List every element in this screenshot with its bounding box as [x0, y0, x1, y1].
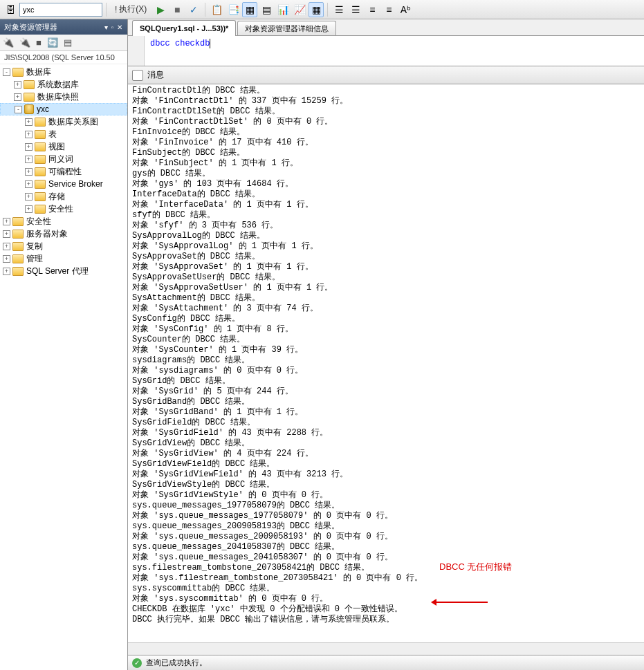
tree-item-存储[interactable]: +存储	[0, 190, 127, 203]
tool3-icon[interactable]: ▦	[242, 2, 257, 17]
debug-icon[interactable]: ■	[169, 2, 185, 17]
expander-icon[interactable]: +	[25, 205, 33, 213]
expander-icon[interactable]: +	[3, 230, 10, 238]
tool7-icon[interactable]: ▦	[309, 2, 324, 17]
tab-sqlquery[interactable]: SQLQuery1.sql - J...53))*	[132, 20, 236, 36]
folder-icon	[35, 192, 46, 201]
font-icon[interactable]: Aᵇ	[398, 2, 413, 17]
expander-icon[interactable]: +	[3, 218, 10, 225]
tree-item-数据库快照[interactable]: +数据库快照	[0, 91, 127, 103]
result-line: 对象 'SysGridViewStyle' 的 0 页中有 0 行。	[132, 490, 644, 501]
result-line: FinContractDtl的 DBCC 结果。	[132, 86, 644, 96]
messages-tab[interactable]: 消息	[147, 69, 164, 81]
tree-item-label: 数据库	[26, 66, 51, 78]
comment-icon[interactable]: ≡	[365, 2, 380, 17]
result-line: 对象 'SysApprovalLog' 的 1 页中有 1 行。	[132, 241, 644, 252]
db-icon[interactable]: 🗄	[3, 2, 18, 17]
filter-icon[interactable]: ▤	[64, 37, 72, 48]
expander-icon[interactable]: +	[25, 131, 33, 138]
tree-item-安全性[interactable]: +安全性	[0, 203, 127, 215]
editor-code[interactable]: dbcc checkdb	[145, 36, 644, 66]
tree-item-label: 管理	[26, 253, 43, 265]
tree-item-label: 复制	[26, 241, 43, 252]
result-line: SysApprovaSetUser的 DBCC 结果。	[132, 272, 644, 283]
tree-item-同义词[interactable]: +同义词	[0, 153, 127, 165]
expander-icon[interactable]: +	[25, 118, 33, 126]
expander-icon[interactable]: +	[3, 243, 10, 250]
refresh-icon[interactable]: 🔄	[47, 37, 58, 48]
result-line: sys.syscommittab的 DBCC 结果。	[132, 584, 644, 594]
tree-item-可编程性[interactable]: +可编程性	[0, 165, 127, 178]
tree-item-表[interactable]: +表	[0, 128, 127, 140]
result-line: sysdiagrams的 DBCC 结果。	[132, 355, 644, 366]
tab-sqlquery-label: SQLQuery1.sql - J...53))*	[140, 24, 228, 32]
tree-item-安全性[interactable]: +安全性	[0, 215, 127, 227]
expander-icon[interactable]: +	[3, 268, 10, 275]
tree-item-数据库[interactable]: -数据库	[0, 66, 127, 78]
play-icon[interactable]: ▶	[153, 2, 168, 17]
result-line: 对象 'SysApprovaSet' 的 1 页中有 1 行。	[132, 262, 644, 272]
status-bar: ✓ 查询已成功执行。	[128, 655, 644, 670]
object-explorer-title: 对象资源管理器 ▾ ▫ ✕	[0, 19, 127, 35]
expander-icon[interactable]: +	[25, 193, 33, 201]
object-tree[interactable]: -数据库+系统数据库+数据库快照-yxc+数据库关系图+表+视图+同义词+可编程…	[0, 64, 127, 670]
object-explorer-controls[interactable]: ▾ ▫ ✕	[104, 24, 123, 31]
tool1-icon[interactable]: 📋	[209, 2, 224, 17]
results-tabstrip: 消息	[128, 66, 644, 84]
connect-icon[interactable]: 🔌	[3, 37, 14, 48]
disconnect-icon[interactable]: 🔌	[19, 37, 30, 48]
result-line: CHECKDB 在数据库 'yxc' 中发现 0 个分配错误和 0 个一致性错误…	[132, 604, 644, 615]
expander-icon[interactable]: +	[25, 180, 33, 188]
tree-item-服务器对象[interactable]: +服务器对象	[0, 227, 127, 240]
tree-item-数据库关系图[interactable]: +数据库关系图	[0, 115, 127, 128]
tree-item-复制[interactable]: +复制	[0, 240, 127, 252]
tool2-icon[interactable]: 📑	[226, 2, 241, 17]
tree-item-SQL-Server-代理[interactable]: +SQL Server 代理	[0, 265, 127, 277]
expander-icon[interactable]: +	[14, 93, 21, 101]
expander-icon[interactable]: +	[3, 255, 10, 263]
tree-item-yxc[interactable]: -yxc	[0, 103, 127, 115]
expander-icon[interactable]: -	[15, 106, 22, 113]
result-line: 对象 'sys.queue_messages_2041058307' 的 0 页…	[132, 552, 644, 563]
indent-icon[interactable]: ☰	[331, 2, 347, 17]
result-line: 对象 'SysAttachment' 的 3 页中有 74 行。	[132, 304, 644, 314]
database-combo[interactable]	[19, 3, 102, 17]
editor-gutter	[128, 36, 145, 66]
expander-icon[interactable]: +	[25, 143, 33, 151]
tool4-icon[interactable]: ▤	[259, 2, 274, 17]
outdent-icon[interactable]: ☰	[348, 2, 363, 17]
result-line: 对象 'sys.queue_messages_1977058079' 的 0 页…	[132, 511, 644, 521]
result-line: 对象 'FinInvoice' 的 17 页中有 410 行。	[132, 138, 644, 148]
folder-icon	[12, 230, 24, 239]
uncomment-icon[interactable]: ≡	[381, 2, 396, 17]
messages-icon	[132, 70, 143, 81]
result-line: sfyf的 DBCC 结果。	[132, 210, 644, 221]
folder-icon	[24, 80, 35, 89]
horizontal-scrollbar[interactable]	[128, 642, 644, 655]
execute-button[interactable]: ! 执行(X)	[110, 2, 151, 17]
tree-item-label: Service Broker	[48, 179, 103, 189]
tool6-icon[interactable]: 📈	[292, 2, 307, 17]
tree-item-label: 存储	[48, 191, 65, 203]
tab-explorer-details[interactable]: 对象资源管理器详细信息	[237, 21, 336, 35]
result-line: 对象 'sys.syscommittab' 的 0 页中有 0 行。	[132, 594, 644, 604]
tool5-icon[interactable]: 📊	[275, 2, 291, 17]
result-line: 对象 'sfyf' 的 3 页中有 536 行。	[132, 221, 644, 231]
result-line: FinSubject的 DBCC 结果。	[132, 148, 644, 158]
tree-item-label: 同义词	[48, 153, 73, 165]
results-pane[interactable]: FinContractDtl的 DBCC 结果。对象 'FinContractD…	[128, 84, 644, 642]
expander-icon[interactable]: +	[14, 81, 21, 89]
expander-icon[interactable]: +	[25, 168, 33, 176]
tree-item-视图[interactable]: +视图	[0, 140, 127, 153]
tree-item-Service-Broker[interactable]: +Service Broker	[0, 178, 127, 190]
sql-editor[interactable]: dbcc checkdb	[128, 36, 644, 66]
main-area: 对象资源管理器 ▾ ▫ ✕ 🔌 🔌 ■ 🔄 ▤ JIS\SQL2008 (SQL…	[0, 19, 644, 670]
expander-icon[interactable]: +	[25, 156, 33, 163]
result-line: 对象 'SysGrid' 的 5 页中有 244 行。	[132, 387, 644, 397]
tree-item-系统数据库[interactable]: +系统数据库	[0, 78, 127, 91]
expander-icon[interactable]: -	[3, 68, 10, 76]
stop-icon[interactable]: ■	[36, 37, 42, 48]
parse-icon[interactable]: ✓	[186, 2, 201, 17]
tree-item-管理[interactable]: +管理	[0, 252, 127, 265]
server-name[interactable]: JIS\SQL2008 (SQL Server 10.50	[0, 51, 127, 64]
